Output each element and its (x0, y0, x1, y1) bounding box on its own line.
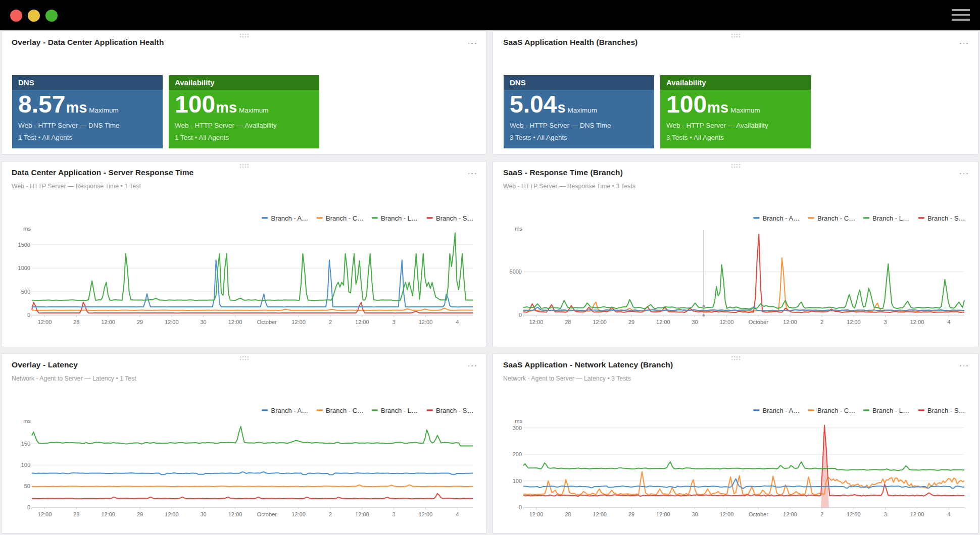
svg-text:12:00: 12:00 (228, 319, 242, 325)
svg-text:12:00: 12:00 (291, 511, 306, 517)
svg-text:4: 4 (947, 511, 950, 517)
svg-text:12:00: 12:00 (291, 319, 306, 325)
svg-text:12:00: 12:00 (419, 319, 433, 325)
svg-text:12:00: 12:00 (355, 319, 369, 325)
svg-text:0: 0 (519, 504, 522, 510)
svg-text:30: 30 (200, 511, 206, 517)
svg-text:100: 100 (21, 462, 30, 468)
svg-text:1500: 1500 (18, 242, 30, 248)
svg-text:0: 0 (27, 312, 30, 318)
svg-text:29: 29 (628, 319, 634, 325)
svg-text:12:00: 12:00 (228, 511, 242, 517)
svg-text:200: 200 (513, 451, 522, 457)
svg-text:12:00: 12:00 (101, 511, 115, 517)
svg-text:3: 3 (884, 511, 887, 517)
svg-text:Branch - C…: Branch - C… (817, 407, 855, 414)
svg-text:ms: ms (515, 418, 522, 424)
svg-text:12:00: 12:00 (910, 319, 924, 325)
svg-text:Branch - A…: Branch - A… (271, 407, 309, 414)
svg-text:12:00: 12:00 (101, 319, 115, 325)
svg-text:29: 29 (628, 511, 634, 517)
svg-text:5000: 5000 (510, 269, 522, 275)
svg-text:October: October (749, 319, 768, 325)
svg-text:3: 3 (393, 511, 396, 517)
svg-text:12:00: 12:00 (783, 511, 797, 517)
svg-text:Branch - L…: Branch - L… (872, 407, 909, 414)
svg-text:12:00: 12:00 (419, 511, 433, 517)
svg-text:500: 500 (21, 289, 30, 295)
svg-text:12:00: 12:00 (355, 511, 369, 517)
svg-text:12:00: 12:00 (910, 511, 924, 517)
svg-text:12:00: 12:00 (529, 511, 544, 517)
svg-text:28: 28 (565, 511, 571, 517)
svg-text:Branch - A…: Branch - A… (763, 407, 800, 414)
svg-text:Branch - A…: Branch - A… (271, 215, 309, 222)
svg-text:ms: ms (23, 226, 31, 232)
svg-text:12:00: 12:00 (529, 319, 544, 325)
svg-text:28: 28 (73, 511, 79, 517)
svg-text:0: 0 (519, 312, 522, 318)
svg-text:ms: ms (23, 418, 31, 424)
svg-text:28: 28 (73, 319, 79, 325)
svg-text:Branch - A…: Branch - A… (763, 215, 800, 222)
svg-text:2: 2 (329, 511, 332, 517)
svg-text:Branch - S…: Branch - S… (436, 407, 473, 414)
svg-text:Branch - L…: Branch - L… (872, 215, 909, 222)
svg-text:30: 30 (692, 319, 698, 325)
svg-text:30: 30 (692, 511, 698, 517)
svg-text:Branch - S…: Branch - S… (927, 407, 965, 414)
svg-text:29: 29 (137, 511, 143, 517)
svg-text:30: 30 (200, 319, 206, 325)
svg-text:2: 2 (820, 511, 823, 517)
svg-text:1000: 1000 (18, 265, 30, 271)
svg-text:300: 300 (513, 425, 522, 431)
svg-text:Branch - S…: Branch - S… (436, 215, 473, 222)
svg-text:4: 4 (456, 511, 459, 517)
svg-text:12:00: 12:00 (593, 511, 607, 517)
svg-text:12:00: 12:00 (165, 511, 179, 517)
svg-text:12:00: 12:00 (847, 319, 861, 325)
svg-text:Branch - C…: Branch - C… (326, 215, 364, 222)
svg-text:29: 29 (137, 319, 143, 325)
svg-text:12:00: 12:00 (720, 319, 734, 325)
svg-text:3: 3 (393, 319, 396, 325)
svg-text:Branch - L…: Branch - L… (381, 407, 418, 414)
svg-text:12:00: 12:00 (593, 319, 607, 325)
svg-text:ms: ms (515, 226, 522, 232)
svg-text:Branch - C…: Branch - C… (817, 215, 855, 222)
svg-text:12:00: 12:00 (656, 319, 670, 325)
svg-text:12:00: 12:00 (783, 319, 797, 325)
svg-text:October: October (749, 511, 768, 517)
svg-text:2: 2 (329, 319, 332, 325)
svg-text:150: 150 (21, 441, 30, 447)
svg-text:28: 28 (565, 319, 571, 325)
svg-text:4: 4 (456, 319, 459, 325)
svg-text:4: 4 (947, 319, 950, 325)
svg-text:12:00: 12:00 (165, 319, 179, 325)
svg-text:12:00: 12:00 (720, 511, 734, 517)
svg-text:100: 100 (513, 478, 522, 484)
svg-text:October: October (257, 319, 277, 325)
svg-text:Branch - S…: Branch - S… (927, 215, 965, 222)
svg-text:12:00: 12:00 (656, 511, 670, 517)
svg-text:Branch - L…: Branch - L… (381, 215, 418, 222)
svg-text:3: 3 (884, 319, 887, 325)
svg-text:12:00: 12:00 (38, 319, 52, 325)
svg-text:0: 0 (27, 504, 30, 510)
svg-text:50: 50 (24, 483, 30, 489)
svg-text:Branch - C…: Branch - C… (326, 407, 364, 414)
svg-text:October: October (257, 511, 277, 517)
svg-text:2: 2 (820, 319, 823, 325)
svg-text:12:00: 12:00 (847, 511, 861, 517)
svg-text:12:00: 12:00 (38, 511, 52, 517)
